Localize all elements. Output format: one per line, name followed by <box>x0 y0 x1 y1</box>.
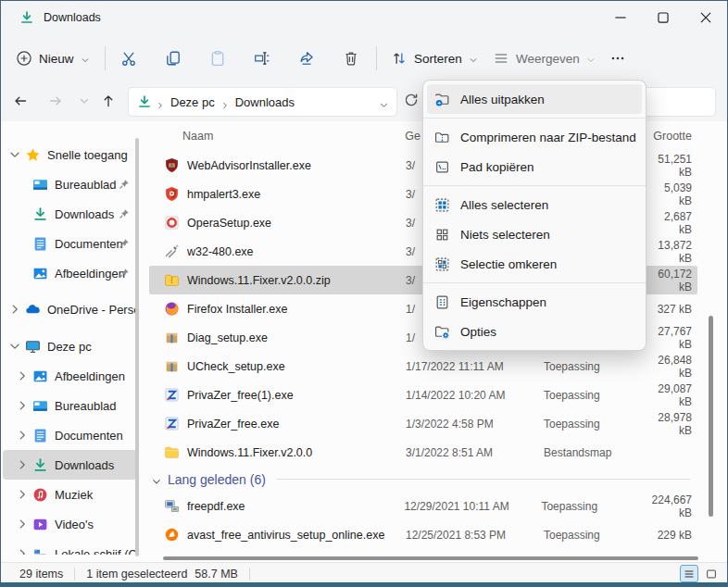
documents-icon <box>32 428 48 443</box>
sidebar-item-documenten[interactable]: Documenten <box>3 229 138 258</box>
menu-item-opties[interactable]: Opties <box>427 317 642 346</box>
sidebar-item-bureaublad[interactable]: Bureaublad <box>3 391 138 420</box>
recent-locations-button[interactable] <box>75 92 95 112</box>
icons-view-button[interactable] <box>702 565 721 582</box>
menu-item-selectie-omkeren[interactable]: Selectie omkeren <box>427 249 642 279</box>
chevron-right-icon <box>16 369 29 382</box>
status-separator <box>74 568 75 581</box>
window-bottom-edge <box>1 582 727 586</box>
file-type: Toepassing <box>544 389 655 402</box>
downloads-icon <box>32 457 48 473</box>
more-options-button[interactable] <box>609 34 626 82</box>
vertical-scrollbar[interactable] <box>709 316 713 517</box>
breadcrumb-chevron-icon <box>156 97 165 106</box>
delete-button[interactable] <box>343 34 359 82</box>
column-header-size[interactable]: Grootte <box>653 130 697 143</box>
file-name: Diag_setup.exe <box>187 331 406 344</box>
file-name: Firefox Installer.exe <box>187 303 406 316</box>
avast-icon <box>164 527 180 543</box>
sidebar-item-snelle-toegang[interactable]: Snelle toegang <box>3 140 138 169</box>
properties-icon <box>434 294 450 310</box>
address-dropdown-icon[interactable] <box>379 97 389 107</box>
pin-icon <box>118 237 131 250</box>
firefox-icon <box>164 301 180 317</box>
menu-separator <box>423 118 646 119</box>
breadcrumb-chevron-icon <box>220 97 230 106</box>
sort-button[interactable]: Sorteren <box>391 34 478 82</box>
privazer-icon <box>164 387 180 403</box>
sidebar-item-muziek[interactable]: Muziek <box>3 480 138 509</box>
copy-button[interactable] <box>165 34 182 82</box>
sidebar-item-deze-pc[interactable]: Deze pc <box>3 331 138 361</box>
minimize-button[interactable] <box>599 1 642 34</box>
share-icon <box>298 50 315 67</box>
horizontal-scrollbar[interactable] <box>163 556 698 560</box>
breadcrumb-deze-pc[interactable]: Deze pc <box>169 95 217 109</box>
forward-button[interactable] <box>46 92 67 112</box>
menu-item-comprimeren-naar-zip-bestand[interactable]: Comprimeren naar ZIP-bestand <box>427 122 642 152</box>
view-button[interactable]: Weergeven <box>493 34 596 82</box>
share-button[interactable] <box>298 34 315 82</box>
rename-button[interactable] <box>254 34 270 82</box>
new-button[interactable]: Nieuw <box>16 34 90 82</box>
file-row-avast-free-antivirus-setup-online-exe[interactable]: avast_free_antivirus_setup_online.exe 12… <box>149 520 697 549</box>
file-date-modified: 1/14/2022 10:20 AM <box>406 389 544 402</box>
chevron-right-icon <box>16 399 29 412</box>
close-button[interactable] <box>684 1 727 34</box>
file-row-privazer-free-exe[interactable]: PrivaZer_free.exe 1/3/2022 4:58 PM Toepa… <box>149 409 697 438</box>
file-size: 13,872 kB <box>655 239 697 265</box>
file-row-windows-11-fixer-v2-0-0[interactable]: Windows.11.Fixer.v2.0.0 3/1/2022 8:51 AM… <box>149 438 697 467</box>
chevron-right-icon <box>16 488 29 501</box>
file-name: UCheck_setup.exe <box>187 360 406 373</box>
file-size: 5,039 kB <box>655 181 697 207</box>
file-name: w32-480.exe <box>187 245 406 258</box>
back-arrow-icon <box>13 94 30 110</box>
file-type: Toepassing <box>544 529 655 542</box>
file-type: Toepassing <box>541 500 651 513</box>
menu-item-alles-uitpakken[interactable]: Alles uitpakken <box>427 84 642 114</box>
file-row-privazer-free-1-exe[interactable]: PrivaZer_free(1).exe 1/14/2022 10:20 AM … <box>149 381 697 409</box>
file-name: freepdf.exe <box>187 500 404 513</box>
sidebar-item-documenten[interactable]: Documenten <box>3 420 138 450</box>
installer-icon <box>164 330 180 345</box>
sidebar-item-onedrive-perso[interactable]: OneDrive - Perso <box>3 294 138 324</box>
back-button[interactable] <box>11 92 31 112</box>
sidebar-item-afbeeldingen[interactable]: Afbeeldingen <box>3 258 138 288</box>
up-button[interactable] <box>99 92 119 112</box>
file-name: PrivaZer_free.exe <box>187 418 406 431</box>
paste-button[interactable] <box>209 34 226 82</box>
menu-item-niets-selecteren[interactable]: Niets selecteren <box>427 219 642 249</box>
sidebar-item-afbeeldingen[interactable]: Afbeeldingen <box>3 361 138 391</box>
close-icon <box>697 9 714 26</box>
pin-icon <box>118 207 131 220</box>
file-size: 51,251 kB <box>655 153 697 179</box>
opera-icon <box>164 215 180 231</box>
menu-item-pad-kopi-ren[interactable]: Pad kopiëren <box>427 152 642 181</box>
maximize-button[interactable] <box>642 1 684 34</box>
address-bar[interactable]: Deze pc Downloads <box>128 87 397 117</box>
menu-separator <box>423 185 646 186</box>
paste-icon <box>209 50 226 67</box>
sidebar-item-lokale-schijf-c[interactable]: Lokale schijf (C <box>3 539 138 555</box>
delete-icon <box>343 50 359 67</box>
menu-item-alles-selecteren[interactable]: Alles selecteren <box>427 190 642 219</box>
sidebar-item-downloads[interactable]: Downloads <box>3 199 138 229</box>
details-view-icon <box>683 568 696 581</box>
menu-item-eigenschappen[interactable]: Eigenschappen <box>427 287 642 317</box>
webadvisor-icon <box>164 157 180 173</box>
details-view-button[interactable] <box>680 565 698 582</box>
sidebar-scrollbar[interactable] <box>135 138 139 556</box>
file-row-ucheck-setup-exe[interactable]: UCheck_setup.exe 1/17/2022 11:11 AM Toep… <box>149 352 697 381</box>
sidebar-item-video-s[interactable]: Video's <box>3 509 138 539</box>
sidebar-item-bureaublad[interactable]: Bureaublad <box>3 169 138 199</box>
group-header[interactable]: Lang geleden (6) <box>149 467 697 492</box>
breadcrumb-downloads[interactable]: Downloads <box>233 95 296 109</box>
refresh-button[interactable] <box>403 92 421 110</box>
column-header-name[interactable]: Naam <box>182 130 405 143</box>
sidebar-item-downloads[interactable]: Downloads <box>3 450 138 480</box>
cut-button[interactable] <box>120 34 137 82</box>
file-row-freepdf-exe[interactable]: freepdf.exe 12/29/2021 10:11 AM Toepassi… <box>149 492 697 520</box>
downloads-folder-icon <box>19 10 34 25</box>
file-size: 2,687 kB <box>655 210 697 236</box>
navigation-pane: Snelle toegang Bureaublad Downloads Docu… <box>1 121 142 555</box>
